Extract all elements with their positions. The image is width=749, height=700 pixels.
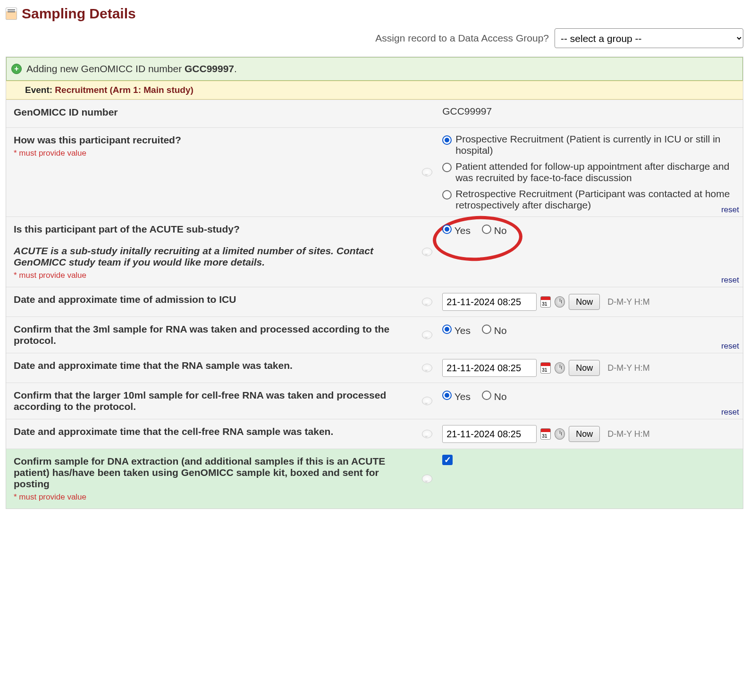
dag-label: Assign record to a Data Access Group? bbox=[375, 33, 549, 44]
comment-icon[interactable] bbox=[422, 298, 432, 306]
comment-icon[interactable] bbox=[422, 248, 432, 256]
rna10-yes[interactable]: Yes bbox=[442, 389, 471, 402]
field-recruited: How was this participant recruited? * mu… bbox=[6, 127, 743, 217]
rna10-label: Confirm that the larger 10ml sample for … bbox=[14, 390, 386, 412]
clock-icon[interactable] bbox=[555, 296, 565, 308]
field-icu-date: Date and approximate time of admission t… bbox=[6, 287, 743, 317]
rna3-no[interactable]: No bbox=[482, 323, 507, 336]
add-banner-id: GCC99997 bbox=[185, 63, 234, 74]
form-icon bbox=[6, 8, 17, 20]
rna3-label: Confirm that the 3ml sample for RNA was … bbox=[14, 324, 389, 346]
annotation-circle bbox=[432, 214, 524, 263]
must-provide: * must provide value bbox=[14, 271, 411, 280]
reset-link[interactable]: reset bbox=[721, 205, 739, 215]
id-label: GenOMICC ID number bbox=[14, 107, 118, 117]
recruited-opt-0[interactable]: Prospective Recruitment (Patient is curr… bbox=[442, 133, 736, 156]
recruited-radio-1[interactable] bbox=[442, 163, 452, 172]
clock-icon[interactable] bbox=[555, 362, 565, 374]
acute-label: Is this participant part of the ACUTE su… bbox=[14, 224, 240, 234]
recruited-opt-1[interactable]: Patient attended for follow-up appointme… bbox=[442, 161, 736, 183]
acute-yes[interactable]: Yes bbox=[442, 223, 471, 236]
now-button[interactable]: Now bbox=[569, 426, 600, 442]
reset-link[interactable]: reset bbox=[721, 408, 739, 417]
now-button[interactable]: Now bbox=[569, 294, 600, 310]
add-record-banner: + Adding new GenOMICC ID number GCC99997… bbox=[6, 57, 743, 81]
page-header: Sampling Details bbox=[6, 6, 743, 22]
comment-icon[interactable] bbox=[422, 331, 432, 339]
rna10-no[interactable]: No bbox=[482, 389, 507, 402]
acute-no[interactable]: No bbox=[482, 223, 507, 236]
add-banner-suffix: . bbox=[234, 63, 237, 74]
calendar-icon[interactable] bbox=[540, 362, 551, 374]
comment-icon[interactable] bbox=[422, 168, 432, 176]
date-format-hint: D-M-Y H:M bbox=[607, 363, 650, 373]
comment-icon[interactable] bbox=[422, 397, 432, 405]
must-provide: * must provide value bbox=[14, 492, 411, 502]
acute-note: ACUTE is a sub-study initally recruiting… bbox=[14, 245, 411, 268]
page-title: Sampling Details bbox=[22, 6, 136, 22]
add-banner-prefix: Adding new GenOMICC ID number bbox=[26, 63, 185, 74]
now-button[interactable]: Now bbox=[569, 360, 600, 376]
comment-icon[interactable] bbox=[422, 475, 432, 483]
field-rna3: Confirm that the 3ml sample for RNA was … bbox=[6, 317, 743, 353]
event-label: Event: bbox=[25, 85, 52, 95]
date-format-hint: D-M-Y H:M bbox=[607, 429, 650, 439]
date-format-hint: D-M-Y H:M bbox=[607, 297, 650, 307]
field-rna-date: Date and approximate time that the RNA s… bbox=[6, 353, 743, 383]
field-acute: Is this participant part of the ACUTE su… bbox=[6, 217, 743, 287]
reset-link[interactable]: reset bbox=[721, 275, 739, 285]
event-banner: Event: Recruitment (Arm 1: Main study) bbox=[6, 81, 743, 100]
dna-checkbox[interactable] bbox=[442, 455, 453, 465]
field-dna: Confirm sample for DNA extraction (and a… bbox=[6, 449, 743, 508]
cfdate-label: Date and approximate time that the cell-… bbox=[14, 426, 333, 437]
comment-icon[interactable] bbox=[422, 364, 432, 372]
rna10-radio-yes[interactable] bbox=[442, 391, 452, 400]
event-value: Recruitment (Arm 1: Main study) bbox=[55, 85, 193, 95]
field-rna10: Confirm that the larger 10ml sample for … bbox=[6, 383, 743, 419]
cfdate-input[interactable] bbox=[442, 425, 537, 443]
calendar-icon[interactable] bbox=[540, 428, 551, 440]
form-container: + Adding new GenOMICC ID number GCC99997… bbox=[6, 57, 743, 509]
dna-label: Confirm sample for DNA extraction (and a… bbox=[14, 456, 385, 489]
acute-radio-no[interactable] bbox=[482, 225, 491, 234]
comment-icon[interactable] bbox=[422, 430, 432, 438]
dag-select[interactable]: -- select a group -- bbox=[555, 28, 743, 48]
clock-icon[interactable] bbox=[555, 428, 565, 440]
calendar-icon[interactable] bbox=[540, 296, 551, 308]
rna-date-input[interactable] bbox=[442, 359, 537, 377]
plus-icon: + bbox=[11, 64, 22, 74]
must-provide: * must provide value bbox=[14, 149, 411, 158]
field-cfdate: Date and approximate time that the cell-… bbox=[6, 419, 743, 449]
recruited-label: How was this participant recruited? bbox=[14, 134, 181, 145]
icu-date-label: Date and approximate time of admission t… bbox=[14, 294, 236, 305]
rna3-radio-yes[interactable] bbox=[442, 325, 452, 334]
rna3-yes[interactable]: Yes bbox=[442, 323, 471, 336]
field-genomicc-id: GenOMICC ID number GCC99997 bbox=[6, 100, 743, 127]
rna-date-label: Date and approximate time that the RNA s… bbox=[14, 360, 293, 371]
acute-radio-yes[interactable] bbox=[442, 225, 452, 234]
id-value: GCC99997 bbox=[442, 103, 492, 117]
recruited-opt-2[interactable]: Retrospective Recruitment (Participant w… bbox=[442, 188, 736, 211]
dag-row: Assign record to a Data Access Group? --… bbox=[6, 28, 743, 48]
reset-link[interactable]: reset bbox=[721, 342, 739, 351]
rna3-radio-no[interactable] bbox=[482, 325, 491, 334]
recruited-radio-0[interactable] bbox=[442, 135, 452, 145]
rna10-radio-no[interactable] bbox=[482, 391, 491, 400]
icu-date-input[interactable] bbox=[442, 293, 537, 311]
recruited-radio-2[interactable] bbox=[442, 190, 452, 200]
